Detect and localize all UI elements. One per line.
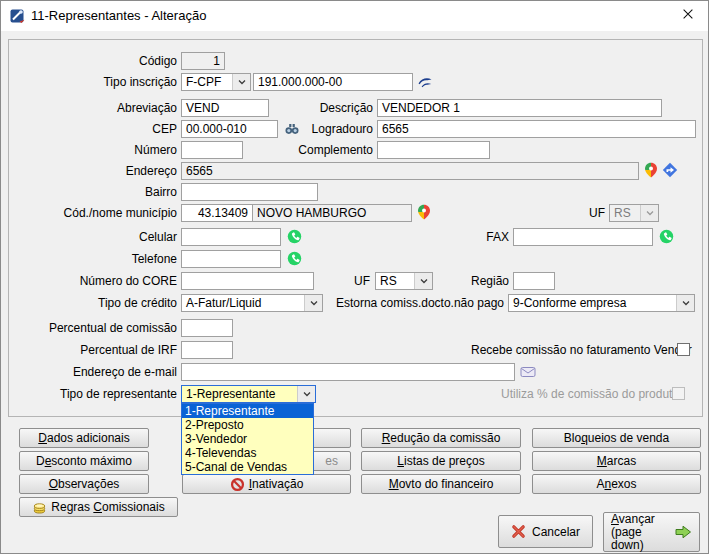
- marcas-button[interactable]: Marcas: [532, 451, 701, 471]
- uf-municipio-label: UF: [561, 204, 605, 222]
- celular-input[interactable]: [181, 228, 281, 246]
- telefone-input[interactable]: [181, 250, 281, 268]
- whatsapp-icon[interactable]: [287, 251, 303, 267]
- tipo-credito-combo[interactable]: A-Fatur/Liquid: [181, 294, 323, 312]
- cpf-input[interactable]: 191.000.000-00: [253, 73, 413, 91]
- movto-financeiro-button[interactable]: Movto do financeiro: [361, 474, 521, 494]
- chevron-down-icon: [676, 295, 694, 311]
- directions-icon[interactable]: [662, 162, 678, 178]
- codigo-field: 1: [181, 52, 225, 70]
- inactivation-icon: [230, 477, 245, 492]
- utiliza-comissao-checkbox: [672, 387, 685, 400]
- cancelar-button[interactable]: Cancelar: [498, 515, 593, 548]
- reducao-comissao-button[interactable]: Redução da comissão: [361, 428, 521, 448]
- complemento-label: Complemento: [251, 141, 373, 159]
- dropdown-option[interactable]: 1-Representante: [182, 404, 313, 418]
- close-button[interactable]: [674, 3, 702, 29]
- codigo-label: Código: [1, 52, 177, 70]
- core-input[interactable]: [181, 272, 314, 290]
- desconto-maximo-button[interactable]: Desconto máximo: [19, 451, 149, 471]
- bloqueios-venda-button[interactable]: Bloqueios de venda: [532, 428, 701, 448]
- fax-label: FAX: [421, 228, 509, 246]
- descricao-label: Descrição: [251, 99, 373, 117]
- bairro-input[interactable]: [181, 183, 318, 201]
- telefone-label: Telefone: [1, 250, 177, 268]
- whatsapp-icon[interactable]: [287, 229, 303, 245]
- logradouro-input[interactable]: 6565: [377, 120, 696, 138]
- perc-irf-input[interactable]: [181, 341, 233, 359]
- municipio-label: Cód./nome município: [1, 204, 177, 222]
- endereco-field: 6565: [181, 162, 639, 180]
- cep-label: CEP: [1, 120, 177, 138]
- tipo-credito-label: Tipo de crédito: [1, 294, 177, 312]
- chevron-down-icon: [232, 74, 250, 90]
- uf-municipio-combo: RS: [609, 204, 659, 222]
- abreviacao-label: Abreviação: [1, 99, 177, 117]
- close-icon: [681, 7, 695, 25]
- complemento-input[interactable]: [377, 141, 490, 159]
- mail-envelope-icon[interactable]: [520, 364, 536, 380]
- forward-arrow-icon: [674, 524, 692, 540]
- title-bar: 11-Representantes - Alteração: [1, 1, 708, 31]
- window-title: 11-Representantes - Alteração: [31, 8, 206, 23]
- numero-input[interactable]: [181, 141, 243, 159]
- dropdown-option[interactable]: 3-Vendedor: [182, 432, 313, 446]
- chevron-down-icon: [414, 273, 432, 289]
- chevron-down-icon: [304, 295, 322, 311]
- municipio-nome-field: NOVO HAMBURGO: [252, 204, 412, 222]
- hidden-button-label-fragment: es: [325, 454, 338, 468]
- numero-label: Número: [1, 141, 177, 159]
- coins-icon: [32, 500, 47, 515]
- map-pin-icon[interactable]: [416, 204, 432, 220]
- estorna-combo[interactable]: 9-Conforme empresa: [508, 294, 695, 312]
- chevron-down-icon: [640, 205, 658, 221]
- descricao-input[interactable]: VENDEDOR 1: [377, 99, 662, 117]
- map-pin-icon[interactable]: [643, 162, 659, 178]
- recebe-comissao-label: Recebe comissão no faturamento Vendor: [471, 341, 673, 359]
- recebe-comissao-checkbox[interactable]: [677, 343, 690, 356]
- listas-precos-button[interactable]: Listas de preços: [361, 451, 521, 471]
- email-input[interactable]: [181, 363, 515, 381]
- avancar-button[interactable]: Avançar (page down): [603, 512, 700, 552]
- dialog-window: 11-Representantes - Alteração Código 1 T…: [0, 0, 709, 554]
- endereco-label: Endereço: [1, 162, 177, 180]
- regiao-label: Região: [441, 272, 509, 290]
- celular-label: Celular: [1, 228, 177, 246]
- dados-adicionais-button[interactable]: Dados adicionais: [19, 428, 149, 448]
- municipio-codigo-input[interactable]: 43.13409: [181, 204, 253, 222]
- inativacao-button[interactable]: Inativação: [182, 474, 351, 494]
- logradouro-label: Logradouro: [251, 120, 373, 138]
- app-icon: [10, 8, 26, 24]
- anexos-button[interactable]: Anexos: [532, 474, 701, 494]
- tipo-inscricao-label: Tipo inscrição: [1, 73, 177, 91]
- dropdown-option[interactable]: 5-Canal de Vendas: [182, 460, 313, 474]
- tipo-representante-label: Tipo de representante: [1, 385, 177, 403]
- regras-comissionais-button[interactable]: Regras Comissionais: [19, 497, 178, 517]
- cancel-x-icon: [511, 524, 526, 539]
- perc-comissao-label: Percentual de comissão: [1, 319, 177, 337]
- perc-irf-label: Percentual de IRF: [1, 341, 177, 359]
- email-label: Endereço de e-mail: [1, 363, 177, 381]
- uf-core-combo[interactable]: RS: [375, 272, 433, 290]
- observacoes-button[interactable]: Observações: [19, 474, 149, 494]
- tipo-representante-dropdown-list: 1-Representante 2-Preposto 3-Vendedor 4-…: [181, 403, 314, 475]
- perc-comissao-input[interactable]: [181, 319, 233, 337]
- estorna-label: Estorna comiss.docto.não pago: [331, 294, 504, 312]
- core-label: Número do CORE: [1, 272, 177, 290]
- bairro-label: Bairro: [1, 183, 177, 201]
- tipo-inscricao-combo[interactable]: F-CPF: [181, 73, 251, 91]
- receita-federal-icon[interactable]: [417, 74, 433, 90]
- utiliza-comissao-label: Utiliza % de comissão do produto: [501, 385, 668, 403]
- fax-input[interactable]: [513, 228, 653, 246]
- tipo-representante-combo[interactable]: 1-Representante: [181, 385, 316, 403]
- dropdown-option[interactable]: 4-Televendas: [182, 446, 313, 460]
- whatsapp-icon[interactable]: [659, 229, 675, 245]
- chevron-down-icon: [297, 386, 315, 402]
- uf-core-label: UF: [331, 272, 370, 290]
- dropdown-option[interactable]: 2-Preposto: [182, 418, 313, 432]
- regiao-input[interactable]: [513, 272, 555, 290]
